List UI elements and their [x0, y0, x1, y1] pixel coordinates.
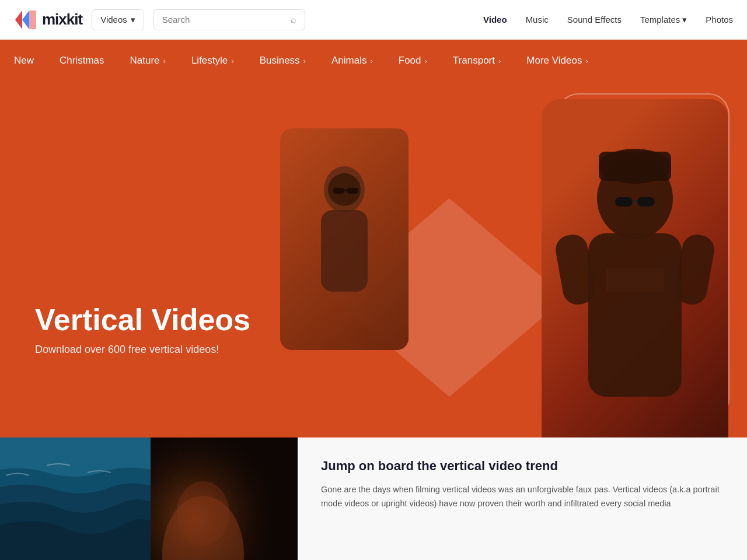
cat-nature[interactable]: Nature › [117, 40, 179, 82]
main-nav: Video Music Sound Effects Templates ▾ Ph… [483, 15, 733, 25]
svg-rect-13 [615, 197, 633, 206]
svg-rect-4 [321, 210, 368, 292]
cat-food-chevron: › [425, 57, 427, 65]
cat-more[interactable]: More Videos › [514, 40, 601, 82]
svg-rect-16 [606, 268, 664, 292]
cat-new[interactable]: New [12, 40, 47, 82]
video-thumb-ocean[interactable] [0, 438, 151, 560]
hero-subtitle: Download over 600 free vertical videos! [35, 344, 250, 356]
article-title: Jump on board the vertical video trend [321, 459, 724, 474]
dropdown-arrow-icon: ▾ [131, 15, 135, 25]
video-thumb-neon[interactable] [151, 438, 298, 560]
cat-business-label: Business [260, 55, 300, 66]
cat-animals-chevron: › [370, 57, 372, 65]
logo-wordmark: mixkit [42, 10, 82, 29]
nav-sound-effects[interactable]: Sound Effects [567, 15, 622, 24]
logo[interactable]: mixkit [14, 8, 82, 32]
hero-title: Vertical Videos [35, 303, 250, 337]
svg-marker-1 [22, 10, 29, 29]
cat-transport-chevron: › [498, 57, 501, 65]
neon-svg [151, 438, 298, 560]
article-body: Gone are the days when filming vertical … [321, 483, 724, 511]
hero-section: Vertical Videos Download over 600 free v… [0, 82, 747, 438]
bottom-section: Jump on board the vertical video trend G… [0, 438, 747, 560]
nav-templates[interactable]: Templates ▾ [640, 15, 687, 25]
hero-image-secondary [280, 128, 409, 350]
svg-rect-8 [343, 190, 347, 191]
svg-rect-7 [347, 188, 358, 194]
search-input[interactable] [162, 15, 286, 24]
cat-food-label: Food [399, 55, 421, 66]
nav-music[interactable]: Music [526, 15, 549, 24]
cat-new-label: New [14, 55, 34, 66]
cat-more-chevron: › [585, 57, 588, 65]
person-main-silhouette [553, 105, 717, 432]
videos-dropdown-label: Videos [100, 15, 127, 24]
nav-photos[interactable]: Photos [706, 15, 733, 24]
cat-nature-label: Nature [130, 55, 160, 66]
search-container: ⌕ [153, 9, 305, 30]
cat-transport-label: Transport [453, 55, 495, 66]
cat-lifestyle-chevron: › [231, 57, 233, 65]
video-thumbnails [0, 438, 298, 560]
templates-arrow-icon: ▾ [682, 15, 687, 25]
cat-business-chevron: › [303, 57, 306, 65]
person-silhouette-secondary [303, 158, 385, 321]
hero-text-block: Vertical Videos Download over 600 free v… [35, 303, 250, 356]
svg-rect-6 [333, 188, 344, 194]
cat-christmas[interactable]: Christmas [47, 40, 117, 82]
ocean-svg [0, 438, 151, 560]
cat-transport[interactable]: Transport › [440, 40, 514, 82]
cat-animals-label: Animals [331, 55, 366, 66]
cat-nature-chevron: › [163, 57, 166, 65]
nav-video[interactable]: Video [483, 15, 507, 24]
cat-lifestyle-label: Lifestyle [191, 55, 228, 66]
search-icon: ⌕ [291, 15, 296, 25]
cat-christmas-label: Christmas [60, 55, 104, 66]
logo-icon [14, 8, 37, 32]
videos-dropdown-button[interactable]: Videos ▾ [92, 9, 144, 30]
svg-rect-9 [588, 233, 682, 397]
svg-rect-12 [599, 152, 671, 181]
svg-point-23 [177, 481, 229, 545]
hero-image-main [542, 99, 728, 438]
article-section: Jump on board the vertical video trend G… [298, 438, 747, 560]
category-nav: New Christmas Nature › Lifestyle › Busin… [0, 40, 747, 82]
svg-rect-14 [637, 197, 655, 206]
header: mixkit Videos ▾ ⌕ Video Music Sound Effe… [0, 0, 747, 40]
cat-lifestyle[interactable]: Lifestyle › [179, 40, 247, 82]
cat-food[interactable]: Food › [386, 40, 440, 82]
cat-business[interactable]: Business › [247, 40, 319, 82]
svg-rect-15 [633, 200, 637, 202]
cat-animals[interactable]: Animals › [319, 40, 386, 82]
svg-rect-2 [29, 10, 36, 29]
cat-more-label: More Videos [526, 55, 582, 66]
svg-marker-0 [15, 10, 22, 29]
nav-templates-label: Templates [640, 15, 680, 24]
